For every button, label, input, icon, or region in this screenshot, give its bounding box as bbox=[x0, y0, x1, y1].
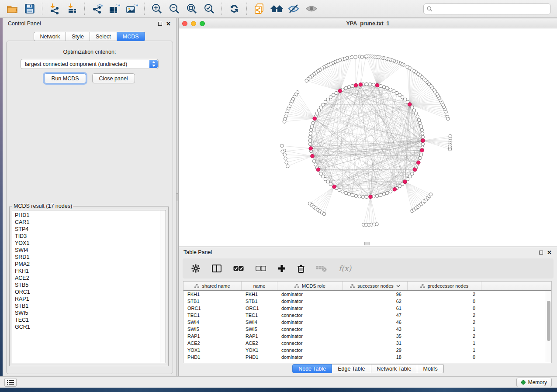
graph-node[interactable] bbox=[401, 96, 404, 99]
graph-hub-node[interactable] bbox=[369, 195, 373, 199]
graph-node[interactable] bbox=[421, 135, 425, 139]
close-panel-icon[interactable]: ✕ bbox=[547, 250, 552, 255]
graph-node[interactable] bbox=[314, 163, 317, 166]
table-cell[interactable]: 96 bbox=[343, 292, 408, 297]
table-cell[interactable]: 18 bbox=[343, 354, 408, 360]
table-row[interactable]: ACE2ACE2connector311 bbox=[183, 340, 551, 347]
mcds-result-item[interactable]: STB5 bbox=[15, 282, 163, 289]
table-cell[interactable]: dominator bbox=[277, 306, 343, 311]
table-cell[interactable]: 47 bbox=[343, 313, 408, 318]
create-column-button[interactable] bbox=[278, 265, 286, 272]
tab-style[interactable]: Style bbox=[66, 32, 90, 41]
table-cell[interactable]: 2 bbox=[408, 320, 481, 325]
table-cell[interactable]: dominator bbox=[277, 299, 343, 304]
graph-node[interactable] bbox=[329, 96, 332, 99]
mcds-result-item[interactable]: STP4 bbox=[15, 226, 163, 233]
graph-node[interactable] bbox=[309, 132, 312, 135]
graph-node[interactable] bbox=[382, 86, 386, 89]
graph-node[interactable] bbox=[365, 195, 368, 199]
mcds-result-list[interactable]: PHD1CAR1STP4TID3YOX1SWI4SRD1PMA2FKH1ACE2… bbox=[12, 210, 166, 363]
graph-node[interactable] bbox=[329, 182, 332, 186]
graph-node[interactable] bbox=[419, 121, 422, 125]
graph-hub-node[interactable] bbox=[354, 83, 358, 87]
graph-node[interactable] bbox=[395, 91, 398, 95]
graph-node[interactable] bbox=[281, 150, 284, 154]
float-panel-icon[interactable] bbox=[158, 22, 162, 26]
graph-hub-node[interactable] bbox=[309, 147, 313, 151]
table-cell[interactable]: TEC1 bbox=[242, 313, 277, 318]
close-panel-button[interactable]: Close panel bbox=[92, 73, 135, 83]
mcds-result-item[interactable]: ORC1 bbox=[15, 289, 163, 296]
graph-node[interactable] bbox=[360, 55, 364, 58]
graph-node[interactable] bbox=[354, 55, 357, 59]
graph-node[interactable] bbox=[421, 132, 424, 135]
mcds-result-item[interactable]: STB1 bbox=[15, 303, 163, 309]
memory-button[interactable]: Memory bbox=[516, 378, 552, 387]
graph-hub-node[interactable] bbox=[393, 187, 397, 191]
window-close-icon[interactable] bbox=[182, 21, 187, 26]
import-table-button[interactable] bbox=[63, 2, 81, 16]
graph-node[interactable] bbox=[309, 128, 313, 132]
table-cell[interactable]: connector bbox=[277, 347, 343, 353]
table-cell[interactable]: dominator bbox=[277, 292, 343, 297]
graph-node[interactable] bbox=[408, 175, 412, 178]
table-cell[interactable]: 43 bbox=[343, 327, 408, 332]
delete-column-button[interactable] bbox=[298, 265, 304, 273]
zoom-out-button[interactable] bbox=[166, 2, 183, 16]
graph-node[interactable] bbox=[365, 83, 368, 86]
graph-node[interactable] bbox=[406, 178, 409, 181]
table-cell[interactable]: STB1 bbox=[242, 299, 277, 304]
export-network-button[interactable] bbox=[88, 2, 106, 16]
graph-node[interactable] bbox=[326, 180, 330, 183]
mcds-result-item[interactable]: YOX1 bbox=[15, 240, 163, 247]
table-scrollbar[interactable] bbox=[546, 291, 551, 362]
table-cell[interactable]: 31 bbox=[343, 340, 408, 346]
select-all-columns-button[interactable] bbox=[233, 266, 244, 271]
table-scrollbar-thumb[interactable] bbox=[547, 301, 550, 341]
table-cell[interactable]: ACE2 bbox=[242, 340, 277, 346]
table-cell[interactable]: 2 bbox=[408, 292, 481, 297]
table-cell[interactable]: SWI5 bbox=[183, 327, 242, 332]
graph-node[interactable] bbox=[419, 153, 423, 156]
graph-node[interactable] bbox=[319, 106, 323, 109]
graph-node[interactable] bbox=[358, 195, 361, 198]
graph-node[interactable] bbox=[315, 112, 319, 115]
column-header-name[interactable]: name bbox=[242, 282, 277, 290]
graph-node[interactable] bbox=[322, 175, 325, 178]
graph-node[interactable] bbox=[375, 223, 379, 226]
table-row[interactable]: TEC1TEC1connector472 bbox=[183, 312, 551, 319]
graph-node[interactable] bbox=[311, 121, 315, 125]
show-all-networks-button[interactable] bbox=[268, 2, 285, 16]
graph-node[interactable] bbox=[372, 83, 375, 86]
table-cell[interactable]: 1 bbox=[408, 327, 481, 332]
graph-node[interactable] bbox=[351, 193, 354, 197]
horizontal-splitter-handle[interactable] bbox=[364, 242, 370, 245]
table-row[interactable]: SWI5SWI5connector431 bbox=[183, 326, 551, 333]
mcds-list-scrollbar[interactable] bbox=[160, 210, 166, 363]
graph-node[interactable] bbox=[322, 212, 326, 216]
graph-node[interactable] bbox=[324, 178, 327, 181]
table-cell[interactable]: PHD1 bbox=[183, 354, 242, 360]
graph-node[interactable] bbox=[347, 86, 351, 89]
graph-node[interactable] bbox=[354, 194, 358, 198]
graph-node[interactable] bbox=[351, 84, 354, 88]
graph-hub-node[interactable] bbox=[338, 89, 342, 93]
table-cell[interactable]: 0 bbox=[408, 299, 481, 304]
table-cell[interactable]: connector bbox=[277, 340, 343, 346]
graph-node[interactable] bbox=[280, 144, 284, 148]
run-mcds-button[interactable]: Run MCDS bbox=[44, 73, 86, 83]
table-cell[interactable]: 62 bbox=[343, 299, 408, 304]
table-cell[interactable]: ACE2 bbox=[183, 340, 242, 346]
graph-node[interactable] bbox=[398, 93, 401, 97]
table-cell[interactable]: STB1 bbox=[183, 299, 242, 304]
column-header-successor-nodes[interactable]: successor nodes bbox=[343, 282, 408, 290]
network-window-titlebar[interactable]: YPA_prune.txt_1 bbox=[179, 19, 557, 28]
graph-node[interactable] bbox=[414, 112, 418, 115]
graph-node[interactable] bbox=[335, 91, 338, 95]
table-cell[interactable]: 61 bbox=[343, 306, 408, 311]
save-session-button[interactable] bbox=[21, 2, 38, 16]
mcds-result-item[interactable]: GCR1 bbox=[15, 323, 163, 330]
graph-node[interactable] bbox=[326, 98, 330, 101]
tab-mcds[interactable]: MCDS bbox=[117, 32, 145, 41]
graph-node[interactable] bbox=[411, 172, 414, 175]
